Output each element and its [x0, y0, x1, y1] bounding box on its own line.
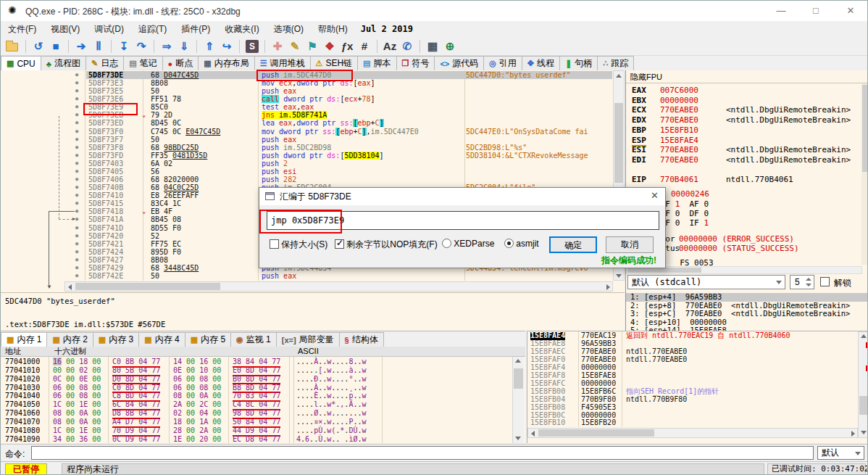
assemble-instruction-input[interactable]: jmp 0x5D8F73E9 [267, 211, 659, 230]
breakpoint-dot[interactable]: ● [75, 87, 78, 95]
breakpoint-dot[interactable]: ● [75, 215, 78, 223]
breakpoint-dot[interactable]: ● [75, 71, 78, 79]
stack-row[interactable]: 15E8FAF0770EABE0ntdll.770EABE0 [527, 356, 868, 364]
patch-icon[interactable]: ✚ [270, 38, 285, 54]
scroll-right-icon[interactable] [851, 431, 855, 437]
scroll-thumb[interactable] [627, 268, 701, 273]
stack-row[interactable]: 15E8FB0015E8FB6C指向SEH_Record[1]的指针 [527, 388, 868, 396]
minimize-button[interactable]: — [764, 1, 798, 21]
label-icon[interactable]: ⚑ [304, 38, 320, 54]
stack-row[interactable]: 15E8FAFC00000000 [527, 380, 868, 388]
command-mode-select[interactable]: 默认 [817, 446, 864, 460]
checkbox-checked-icon[interactable] [335, 239, 344, 249]
hash-icon[interactable]: # [356, 38, 372, 54]
step-into-icon[interactable]: ↧ [116, 38, 132, 54]
breakpoint-dot[interactable]: ● [75, 248, 78, 256]
breakpoint-dot[interactable]: ● [75, 183, 78, 191]
restart-icon[interactable]: ↺ [30, 38, 46, 54]
stack-row[interactable]: 15E8FAF400000000 [527, 364, 868, 372]
breakpoint-dot[interactable]: ● [75, 119, 78, 127]
breakpoint-dot[interactable]: ● [75, 199, 78, 207]
breakpoint-dot[interactable]: ● [75, 79, 78, 87]
menu-item[interactable]: 帮助(H) [311, 21, 355, 37]
cancel-button[interactable]: 取消 [606, 236, 654, 253]
tab-source[interactable]: <>源代码 [434, 56, 484, 70]
tab-dump-1[interactable]: ▦内存 1 [1, 332, 47, 347]
dump-row[interactable]: 7704103006 00 08 00C0 8D 04 7706 00 08 0… [1, 384, 525, 392]
run-to-user-code-icon[interactable]: ⇑ [201, 38, 217, 54]
tab-notes[interactable]: ▤笔记 [123, 56, 162, 70]
stack-row[interactable]: 15E8FB1015E8FB20 [527, 419, 868, 427]
tab-log[interactable]: ✎日志 [85, 56, 124, 70]
xedparse-radio[interactable]: XEDParse [442, 239, 494, 249]
modules-icon[interactable]: ✆ [399, 38, 415, 54]
stack-pane[interactable]: 15E8FAE4770EAC19返回到 ntdll.770EAC19 自 ntd… [527, 331, 868, 443]
breakpoint-dot[interactable]: ● [75, 232, 78, 240]
breakpoint-dot[interactable]: ● [75, 128, 78, 136]
function-icon[interactable]: ƒx [339, 38, 355, 54]
args-count-spinner[interactable]: 5 [790, 275, 814, 289]
dump-row[interactable]: 7704109034 00 36 000C D9 04 771E 00 20 0… [1, 435, 525, 443]
tab-seh[interactable]: ⚠SEH链 [310, 56, 359, 70]
tab-breakpoints[interactable]: ●断点 [162, 56, 199, 70]
breakpoint-dot[interactable]: ● [75, 175, 78, 183]
radio-selected-icon[interactable] [504, 239, 514, 248]
asmjit-radio[interactable]: asmjit [504, 239, 539, 249]
tab-graph[interactable]: ♣流程图 [41, 56, 86, 70]
stack-hscrollbar[interactable] [527, 428, 858, 438]
scroll-thumb[interactable] [862, 85, 868, 172]
tab-handles[interactable]: ❚句柄 [559, 56, 598, 70]
memory-dump-pane[interactable]: 地址 十六进制 ASCII 7704100016 00 18 00C0 8B 0… [1, 347, 525, 443]
disasm-row[interactable]: ●5D8F73F0C745 0C E047C45Dmov dword ptr s… [1, 128, 625, 136]
breakpoint-dot[interactable]: ● [75, 95, 78, 103]
tab-dump-5[interactable]: ▦内存 5 [185, 332, 231, 347]
tab-call-stack[interactable]: ☰调用堆栈 [254, 56, 311, 70]
spinner-down-icon[interactable] [806, 284, 811, 286]
ok-button[interactable]: 确定 [549, 236, 597, 253]
spinner-up-icon[interactable] [806, 278, 811, 281]
breakpoint-dot[interactable]: ● [75, 272, 78, 280]
nop-fill-checkbox[interactable]: 剩余字节以NOP填充(F) [335, 239, 438, 251]
tab-trace[interactable]: ∴跟踪 [597, 56, 634, 70]
stack-row[interactable]: 15E8FAEC770EABE0ntdll.770EABE0 [527, 348, 868, 356]
attach-icon[interactable]: ↪ [219, 38, 235, 54]
menu-item[interactable]: 文件(F) [1, 21, 43, 37]
checkbox-icon[interactable] [270, 239, 279, 249]
registers-vscrollbar[interactable] [861, 83, 868, 265]
tab-dump-3[interactable]: ▦内存 3 [93, 332, 139, 347]
stack-row[interactable]: 15E8FB0C00000000 [527, 412, 868, 420]
disasm-row[interactable]: ●5D8F73FDFF35 0481D35Dpush dword ptr ds:… [1, 152, 625, 160]
tab-cpu[interactable]: ▦CPU [1, 56, 41, 70]
disasm-hscrollbar[interactable] [64, 281, 613, 292]
disasm-row[interactable]: ●5D8F73EB79 2D⌄jns im.5D8F741A [1, 111, 625, 119]
dump-row[interactable]: 7704100016 00 18 00C0 8B 04 7714 00 16 0… [1, 358, 525, 366]
comment-icon[interactable]: ✎ [287, 38, 303, 54]
disasm-row[interactable]: ●5D8F73ED8D45 0Clea eax,dword ptr ss:[eb… [1, 119, 625, 127]
disasm-row[interactable]: ●5D8F740556push esi [1, 168, 625, 175]
maximize-button[interactable]: □ [799, 1, 832, 21]
keep-size-checkbox[interactable]: 保持大小(S) [270, 239, 327, 251]
dump-row[interactable]: 770410501C 00 1E 006C 84 04 772A 00 2C 0… [1, 400, 525, 409]
scroll-down-icon[interactable] [861, 431, 867, 434]
breakpoint-dot[interactable]: ● [75, 111, 78, 119]
stack-row[interactable]: 15E8FB04770B9F80ntdll.770B9F80 [527, 396, 868, 404]
tab-references[interactable]: ◎引用 [483, 56, 522, 70]
tab-struct[interactable]: §结构体 [339, 332, 384, 347]
scroll-left-icon[interactable] [531, 431, 535, 437]
open-file-icon[interactable] [6, 43, 18, 51]
disasm-row[interactable]: ●5D8F73DE68 D047C45Dpush im.5DC447D05DC4… [1, 71, 625, 79]
tab-watch-1[interactable]: ◉监视 1 [230, 332, 277, 347]
breakpoint-dot[interactable]: ● [75, 136, 78, 144]
argument-row[interactable]: 1: [esp+4] 96A59BB3 [626, 293, 868, 302]
disasm-row[interactable]: ●5D8F73F750push eax [1, 136, 625, 144]
dump-row[interactable]: 770410801C 00 1E 0070 D9 04 7728 00 2A 0… [1, 426, 525, 435]
disasm-row[interactable]: ●5D8F73E550push eax [1, 87, 625, 95]
step-out-icon[interactable]: ⇓ [176, 38, 192, 54]
disasm-row[interactable]: ●5D8F74036A 02push 2 [1, 160, 625, 168]
breakpoint-dot[interactable]: ● [75, 224, 78, 232]
menu-item[interactable]: 调试(D) [87, 21, 131, 37]
breakpoint-dot[interactable]: ● [75, 144, 78, 152]
disasm-row[interactable]: ●5D8F740668 82020000push 282 [1, 175, 625, 183]
breakpoint-dot[interactable]: ● [75, 264, 78, 272]
pause-icon[interactable]: Ⅱ [91, 38, 107, 54]
